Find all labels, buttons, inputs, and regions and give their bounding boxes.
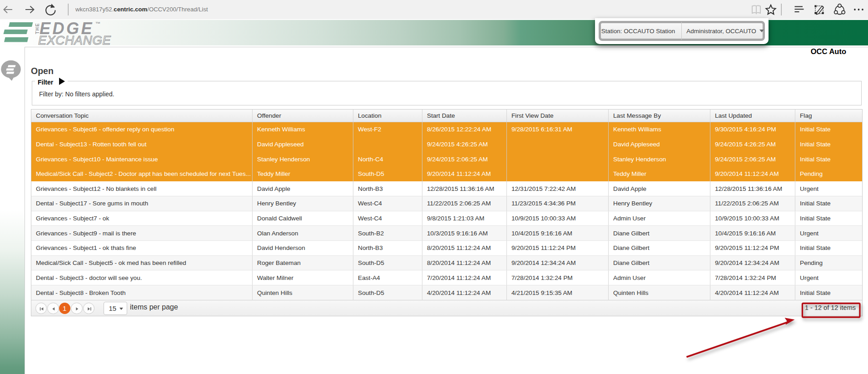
svg-text:THE: THE xyxy=(35,23,40,34)
svg-text:EXCHANGE: EXCHANGE xyxy=(38,33,111,46)
svg-text:™: ™ xyxy=(95,21,100,26)
